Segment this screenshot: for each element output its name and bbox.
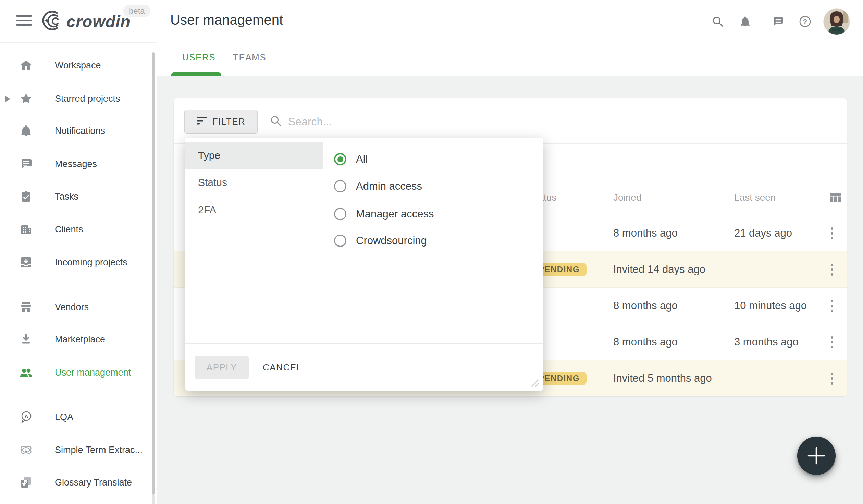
download-icon: [19, 332, 33, 346]
tab-users[interactable]: USERS: [182, 52, 215, 63]
bell-icon[interactable]: [739, 15, 751, 28]
row-menu-icon[interactable]: [823, 297, 841, 315]
row-menu-icon[interactable]: [823, 224, 841, 242]
beta-badge: beta: [123, 5, 150, 17]
radio-option-crowdsourcing[interactable]: Crowdsourcing: [334, 233, 427, 248]
filter-category-list: Type Status 2FA: [185, 138, 323, 343]
tasks-icon: [19, 190, 33, 203]
star-icon: [19, 92, 33, 105]
radio-option-all[interactable]: All: [334, 152, 368, 167]
resize-handle-icon[interactable]: [530, 378, 540, 388]
help-icon[interactable]: ?: [799, 15, 811, 28]
radio-option-manager-access[interactable]: Manager access: [334, 206, 434, 222]
radio-selected-icon[interactable]: [334, 153, 346, 165]
storefront-icon: [19, 300, 33, 314]
sidebar-item-notifications[interactable]: Notifications: [0, 121, 157, 141]
row-menu-icon[interactable]: [823, 261, 841, 278]
sidebar-item-lqa[interactable]: A LQA: [0, 407, 157, 427]
message-icon: [19, 157, 33, 171]
sidebar-scrollbar-track: [152, 495, 155, 504]
translate-icon: [19, 476, 33, 489]
row-menu-icon[interactable]: [823, 369, 841, 387]
building-icon: [19, 223, 33, 236]
sidebar-item-simple-term-extractor[interactable]: E Simple Term Extrac...: [0, 440, 157, 460]
radio-unselected-icon[interactable]: [334, 208, 346, 220]
sidebar-item-vendors[interactable]: Vendors: [0, 297, 157, 317]
sidebar-item-user-management[interactable]: User management: [0, 362, 157, 383]
column-header-joined: Joined: [613, 180, 642, 215]
search-icon: [270, 115, 282, 127]
crowdin-wordmark: crowdin: [66, 12, 131, 31]
cancel-button[interactable]: CANCEL: [263, 356, 302, 379]
radio-unselected-icon[interactable]: [334, 235, 346, 247]
chat-icon[interactable]: [772, 15, 784, 28]
svg-text:E: E: [25, 448, 28, 453]
row-menu-icon[interactable]: [823, 333, 841, 351]
inbox-download-icon: [19, 255, 33, 269]
sidebar: crowdin beta Workspace Starred projects …: [0, 0, 157, 504]
people-icon: [19, 366, 33, 379]
crowdin-logo-icon: [41, 9, 64, 34]
sidebar-item-messages[interactable]: Messages: [0, 154, 157, 174]
bell-icon: [19, 124, 33, 138]
svg-text:A: A: [25, 413, 28, 419]
filter-dropdown: Type Status 2FA All Admin access Manager…: [185, 138, 543, 391]
menu-icon[interactable]: [16, 15, 32, 28]
sidebar-item-incoming-projects[interactable]: Incoming projects: [0, 252, 157, 273]
filter-category-type[interactable]: Type: [185, 142, 323, 169]
radio-unselected-icon[interactable]: [334, 180, 346, 192]
filter-button[interactable]: FILTER: [184, 110, 258, 134]
atom-icon: E: [19, 443, 33, 457]
sidebar-item-clients[interactable]: Clients: [0, 219, 157, 240]
sidebar-item-tasks[interactable]: Tasks: [0, 186, 157, 207]
page-title: User management: [170, 12, 283, 28]
sidebar-item-marketplace[interactable]: Marketplace: [0, 329, 157, 350]
sidebar-item-glossary-translate[interactable]: Glossary Translate: [0, 472, 157, 493]
expand-arrow-icon[interactable]: [5, 96, 10, 102]
column-header-last-seen: Last seen: [734, 180, 776, 215]
sidebar-divider: [15, 286, 135, 286]
active-tab-indicator: [171, 72, 221, 76]
main-header: User management ? USERS TEAMS: [157, 0, 863, 76]
filter-category-2fa[interactable]: 2FA: [185, 196, 323, 224]
svg-text:?: ?: [803, 18, 807, 25]
view-columns-icon[interactable]: [829, 191, 842, 204]
sidebar-item-starred-projects[interactable]: Starred projects: [0, 88, 157, 109]
filter-category-status[interactable]: Status: [185, 169, 323, 196]
sidebar-scrollbar[interactable]: [152, 52, 155, 495]
crowdin-logo[interactable]: crowdin: [41, 9, 131, 34]
add-user-fab[interactable]: [797, 437, 836, 475]
filter-icon: [197, 116, 207, 128]
plus-icon: [797, 437, 836, 475]
sidebar-divider: [15, 395, 135, 395]
filter-footer: APPLY CANCEL: [185, 343, 543, 391]
sidebar-header: crowdin beta: [0, 0, 157, 43]
sidebar-item-workspace[interactable]: Workspace: [0, 55, 157, 76]
apply-button[interactable]: APPLY: [195, 356, 249, 379]
search-input[interactable]: [288, 110, 528, 134]
tab-teams[interactable]: TEAMS: [233, 52, 266, 63]
app-root: crowdin beta Workspace Starred projects …: [0, 0, 863, 504]
user-avatar[interactable]: [824, 9, 850, 35]
search-icon[interactable]: [712, 15, 724, 28]
lqa-bubble-icon: A: [19, 410, 33, 424]
radio-option-admin-access[interactable]: Admin access: [334, 179, 422, 194]
home-icon: [19, 59, 33, 72]
